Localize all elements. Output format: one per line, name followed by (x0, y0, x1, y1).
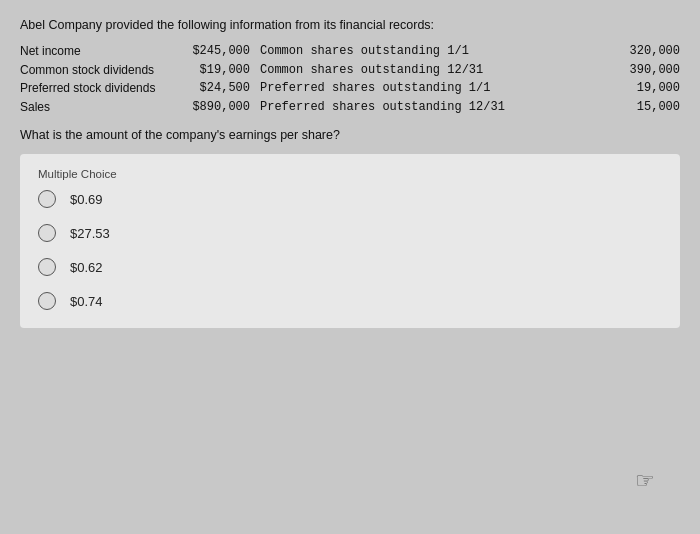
label-net-income: Net income (20, 42, 180, 61)
desc-preferred-shares-12-31: Preferred shares outstanding 12/31 (260, 98, 615, 117)
financial-values: $245,000 $19,000 $24,500 $890,000 (180, 42, 260, 116)
intro-text: Abel Company provided the following info… (20, 18, 680, 32)
right-num-3: 15,000 (625, 98, 680, 117)
label-preferred-dividends: Preferred stock dividends (20, 79, 180, 98)
right-num-2: 19,000 (625, 79, 680, 98)
option-text-3: $0.74 (70, 294, 103, 309)
radio-2[interactable] (38, 258, 56, 276)
multiple-choice-label: Multiple Choice (38, 168, 662, 180)
option-row-0[interactable]: $0.69 (38, 190, 662, 208)
value-net-income: $245,000 (180, 42, 250, 61)
desc-preferred-shares-1-1: Preferred shares outstanding 1/1 (260, 79, 615, 98)
cursor-icon: ☞ (635, 468, 655, 494)
financial-numbers-right: 320,000 390,000 19,000 15,000 (615, 42, 680, 116)
question-text: What is the amount of the company's earn… (20, 128, 680, 142)
right-num-1: 390,000 (625, 61, 680, 80)
option-row-3[interactable]: $0.74 (38, 292, 662, 310)
right-num-0: 320,000 (625, 42, 680, 61)
page-container: Abel Company provided the following info… (0, 0, 700, 534)
radio-3[interactable] (38, 292, 56, 310)
desc-common-shares-1-1: Common shares outstanding 1/1 (260, 42, 615, 61)
option-text-0: $0.69 (70, 192, 103, 207)
answer-area: Multiple Choice $0.69 $27.53 $0.62 $0.74 (20, 154, 680, 328)
radio-1[interactable] (38, 224, 56, 242)
value-preferred-dividends: $24,500 (180, 79, 250, 98)
radio-0[interactable] (38, 190, 56, 208)
label-sales: Sales (20, 98, 180, 117)
option-row-1[interactable]: $27.53 (38, 224, 662, 242)
desc-common-shares-12-31: Common shares outstanding 12/31 (260, 61, 615, 80)
financial-descriptions: Common shares outstanding 1/1 Common sha… (260, 42, 615, 116)
option-text-1: $27.53 (70, 226, 110, 241)
option-row-2[interactable]: $0.62 (38, 258, 662, 276)
value-common-dividends: $19,000 (180, 61, 250, 80)
label-common-dividends: Common stock dividends (20, 61, 180, 80)
financial-labels: Net income Common stock dividends Prefer… (20, 42, 180, 116)
value-sales: $890,000 (180, 98, 250, 117)
option-text-2: $0.62 (70, 260, 103, 275)
financial-table: Net income Common stock dividends Prefer… (20, 42, 680, 116)
